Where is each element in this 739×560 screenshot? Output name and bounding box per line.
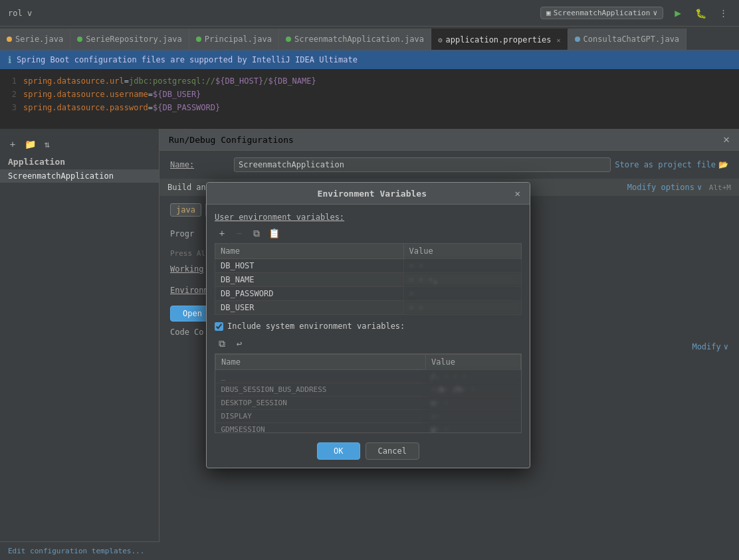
tab-label-screenmatch: ScreenmatchApplication.java [294, 35, 424, 44]
store-project-file-btn[interactable]: Store as project file 📂 [615, 160, 728, 169]
app-icon: ▣ [546, 9, 551, 17]
user-env-table: Name Value DB_HOST · · DB_NAME · · ·, DB… [215, 243, 522, 315]
ok-button[interactable]: OK [317, 442, 360, 460]
tab-close-app-properties[interactable]: ✕ [557, 37, 561, 44]
name-label: Name: [170, 160, 230, 169]
table-row: GDMSESSION g· · [216, 423, 521, 434]
tab-app-properties[interactable]: ⚙ application.properties ✕ [431, 29, 568, 50]
table-row[interactable]: DB_NAME · · ·, [215, 273, 522, 287]
modify-options-label: Modify options [627, 183, 694, 192]
tab-dot-serie-repo [77, 37, 82, 42]
sidebar-title: Application [0, 154, 159, 169]
var-value-db-password: · [403, 287, 521, 301]
sidebar-folder-btn[interactable]: 📁 [23, 137, 37, 151]
info-bar: ℹ Spring Boot configuration files are su… [0, 50, 739, 69]
modify-options-btn[interactable]: Modify options ∨ Alt+M [627, 183, 731, 192]
code-line-1: spring.datasource.url=jdbc:postgresql://… [23, 74, 739, 88]
chevron-down-icon: ∨ [653, 9, 657, 17]
cancel-button[interactable]: Cancel [366, 442, 419, 460]
tab-dot-consulta [575, 37, 580, 42]
var-name-db-password: DB_PASSWORD [215, 287, 404, 301]
table-row[interactable]: DB_HOST · · [215, 259, 522, 273]
sys-var-name-dbus: DBUS_SESSION_BUS_ADDRESS [216, 383, 426, 397]
sidebar-add-btn[interactable]: + [5, 137, 20, 151]
templates-link[interactable]: Edit configuration templates... [8, 547, 144, 555]
sys-var-name-display: DISPLAY [216, 410, 426, 423]
line-numbers: 1 2 3 [0, 74, 23, 124]
copy-var-btn[interactable]: ⧉ [249, 226, 264, 240]
user-env-label-text: User environment variables: [215, 213, 344, 222]
var-name-db-user: DB_USER [215, 301, 404, 315]
title-bar-left-label: rol v [8, 9, 32, 18]
sys-var-value-desktop: u· · [425, 397, 520, 410]
sys-var-value-gdm: g· · [425, 423, 520, 434]
var-name-db-name: DB_NAME [215, 273, 404, 287]
env-dialog-body: User environment variables: + − ⧉ 📋 Name… [207, 205, 530, 468]
run-button[interactable]: ▶ [670, 5, 686, 21]
java-badge: java [170, 203, 201, 217]
name-col-header: Name [215, 244, 404, 259]
tab-label-principal: Principal.java [205, 35, 272, 44]
table-row[interactable]: DB_PASSWORD · [215, 287, 522, 301]
name-input[interactable] [234, 157, 611, 172]
sys-var-name-gdm: GDMSESSION [216, 423, 426, 434]
tab-dot-screenmatch [286, 37, 291, 42]
tab-label-serie: Serie.java [15, 35, 63, 44]
tab-principal[interactable]: Principal.java [189, 29, 279, 50]
tab-bar: Serie.java SerieRepository.java Principa… [0, 27, 739, 50]
run-debug-close-btn[interactable]: ✕ [723, 134, 730, 145]
sys-var-name-desktop: DESKTOP_SESSION [216, 397, 426, 410]
user-toolbar-row: + − ⧉ 📋 [215, 226, 522, 240]
modify-bottom-label: Modify [692, 342, 720, 351]
env-variables-dialog: Environment Variables ✕ User environment… [206, 182, 530, 468]
sys-var-value-underscore: /. · · · [425, 370, 520, 383]
tab-screenmatch-app[interactable]: ScreenmatchApplication.java [279, 29, 431, 50]
more-options-button[interactable]: ⋮ [715, 5, 731, 21]
code-line-3: spring.datasource.password=${DB_PASSWORD… [23, 101, 739, 114]
var-value-db-host: · · [403, 259, 521, 273]
system-env-table: Name Value _ /. · · · DBUS_SESSION_BUS_A… [215, 354, 521, 433]
copy-sys-btn[interactable]: ⧉ [215, 336, 229, 351]
table-row[interactable]: DB_USER · · [215, 301, 522, 315]
modify-bottom-btn[interactable]: Modify ∨ [692, 342, 728, 351]
undo-sys-btn[interactable]: ↩ [232, 336, 247, 351]
include-system-row: Include system environment variables: [215, 322, 522, 331]
remove-var-btn[interactable]: − [232, 226, 247, 240]
tab-label-consulta: ConsultaChatGPT.java [583, 35, 680, 44]
chevron-down-icon2: ∨ [724, 342, 728, 351]
table-row: DISPLAY :· [216, 410, 521, 423]
sys-var-value-display: :· [425, 410, 520, 423]
info-icon: ℹ [8, 54, 11, 65]
app-name-label: ScreenmatchApplication [554, 9, 651, 17]
tab-serie[interactable]: Serie.java [0, 29, 70, 50]
tab-serie-repo[interactable]: SerieRepository.java [70, 29, 189, 50]
sys-value-col-header: Value [425, 355, 520, 370]
editor-area: 1 2 3 spring.datasource.url=jdbc:postgre… [0, 69, 739, 129]
env-dialog-btn-row: OK Cancel [215, 440, 522, 460]
debug-button[interactable]: 🐛 [692, 5, 708, 21]
sidebar-sort-btn[interactable]: ⇅ [40, 137, 54, 151]
sys-var-value-dbus: ·:b· /h· · [425, 383, 520, 397]
code-line-2: spring.datasource.username=${DB_USER} [23, 88, 739, 101]
table-row: _ /. · · · [216, 370, 521, 383]
table-row: DBUS_SESSION_BUS_ADDRESS ·:b· /h· · [216, 383, 521, 397]
code-lines[interactable]: spring.datasource.url=jdbc:postgresql://… [23, 74, 739, 124]
value-col-header: Value [403, 244, 521, 259]
tab-consulta-chat[interactable]: ConsultaChatGPT.java [568, 29, 687, 50]
include-system-label[interactable]: Include system environment variables: [227, 322, 405, 331]
var-value-db-name: · · ·, [403, 273, 521, 287]
app-badge[interactable]: ▣ ScreenmatchApplication ∨ [540, 7, 663, 19]
paste-var-btn[interactable]: 📋 [266, 226, 281, 240]
add-var-btn[interactable]: + [215, 226, 229, 240]
user-env-section-label: User environment variables: [215, 213, 522, 222]
sidebar-item-screenmatch[interactable]: ScreenmatchApplication [0, 169, 159, 183]
env-dialog-title: Environment Variables [229, 189, 515, 199]
tab-label-app-properties: application.properties [446, 35, 552, 45]
build-label: Build and [167, 183, 211, 192]
tab-label-serie-repo: SerieRepository.java [86, 35, 182, 44]
env-close-btn[interactable]: ✕ [515, 188, 520, 199]
code-coverage-label: Code Co [170, 327, 204, 337]
title-bar-right: ▣ ScreenmatchApplication ∨ ▶ 🐛 ⋮ [540, 5, 731, 21]
include-system-checkbox[interactable] [215, 322, 223, 331]
tab-gear-icon: ⚙ [438, 36, 443, 45]
